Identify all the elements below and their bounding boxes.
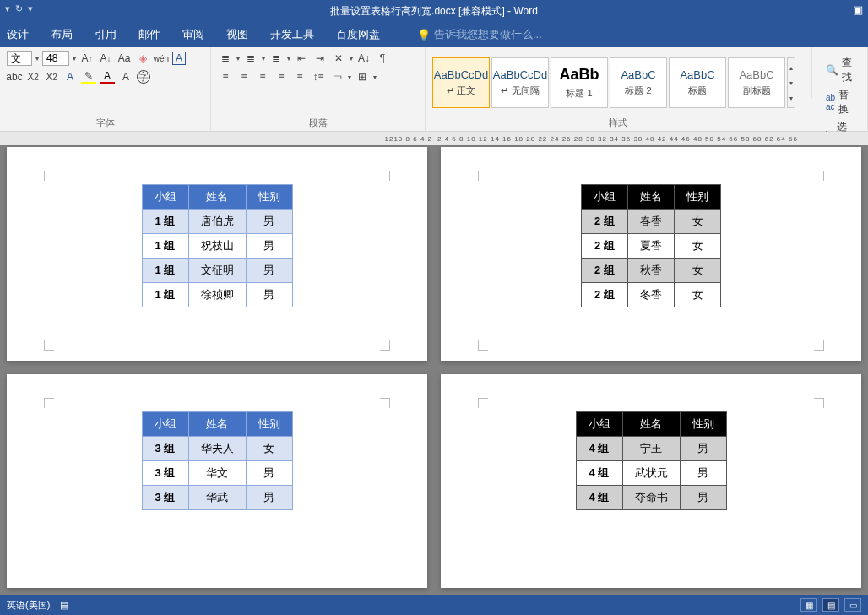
- replace-button[interactable]: abac替换: [826, 88, 854, 117]
- page-3[interactable]: 小组姓名性别 3 组华夫人女 3 组华文男 3 组华武男: [7, 374, 427, 588]
- phonetic-button[interactable]: wén: [154, 51, 169, 66]
- indent-dec-button[interactable]: ⇤: [294, 51, 309, 66]
- tab-baidu[interactable]: 百度网盘: [336, 27, 380, 42]
- bullets-button[interactable]: ≣: [218, 51, 233, 66]
- shading-button[interactable]: ▭: [329, 69, 344, 84]
- indent-inc-button[interactable]: ⇥: [312, 51, 328, 66]
- tab-layout[interactable]: 布局: [51, 27, 73, 42]
- borders-button[interactable]: ⊞: [355, 69, 370, 84]
- page-4[interactable]: 小组姓名性别 4 组宁王男 4 组武状元男 4 组夺命书男: [441, 374, 861, 588]
- replace-icon: abac: [826, 93, 835, 112]
- qat-redo-icon[interactable]: ↻: [15, 3, 23, 14]
- language-status[interactable]: 英语(美国): [7, 599, 50, 612]
- print-layout-button[interactable]: ▤: [822, 598, 839, 612]
- tab-review[interactable]: 审阅: [182, 27, 204, 42]
- table-2[interactable]: 小组姓名性别 2 组春香女 2 组夏香女 2 组秋香女 2 组冬香女: [581, 184, 721, 308]
- styles-gallery: AaBbCcDd ↵ 正文 AaBbCcDd ↵ 无间隔 AaBb 标题 1 A…: [432, 57, 804, 108]
- style-heading2[interactable]: AaBbC 标题 2: [610, 57, 667, 108]
- ribbon: ▾ ▾ A↑ A↓ Aa ◈ wén A abc X2 X2 A ✎ A A 字…: [0, 47, 868, 132]
- grow-font-button[interactable]: A↑: [79, 51, 95, 66]
- tellme-text: 告诉我您想要做什么...: [434, 27, 542, 42]
- change-case-button[interactable]: Aa: [117, 51, 132, 66]
- find-button[interactable]: 🔍查找: [826, 56, 854, 84]
- char-shading-button[interactable]: A: [118, 69, 133, 84]
- align-right-button[interactable]: ≡: [255, 69, 270, 84]
- gallery-up-icon[interactable]: ▴: [789, 64, 793, 72]
- gallery-down-icon[interactable]: ▾: [789, 79, 793, 87]
- table-1[interactable]: 小组姓名性别 1 组唐伯虎男 1 组祝枝山男 1 组文征明男 1 组徐祯卿男: [142, 184, 293, 308]
- shrink-font-button[interactable]: A↓: [98, 51, 113, 66]
- font-name-input[interactable]: [7, 51, 32, 66]
- style-heading1[interactable]: AaBb 标题 1: [551, 57, 608, 108]
- strikethrough-button[interactable]: abc: [7, 69, 22, 84]
- align-distribute-button[interactable]: ≡: [292, 69, 307, 84]
- tellme[interactable]: 💡 告诉我您想要做什么...: [417, 27, 542, 42]
- table-3[interactable]: 小组姓名性别 3 组华夫人女 3 组华文男 3 组华武男: [142, 411, 293, 510]
- gallery-more-icon[interactable]: ▾: [789, 95, 793, 102]
- qat-save-icon[interactable]: ▾: [5, 3, 10, 14]
- tab-view[interactable]: 视图: [226, 27, 248, 42]
- font-size-input[interactable]: [42, 51, 69, 66]
- edit-group: 🔍查找 abac替换 ▷选择 编辑: [812, 47, 868, 131]
- showhide-button[interactable]: ¶: [375, 51, 390, 66]
- highlight-button[interactable]: ✎: [81, 69, 96, 84]
- titlebar: ▾ ↻ ▾ 批量设置表格行高列宽.docx [兼容模式] - Word ▣: [0, 0, 868, 22]
- multilevel-button[interactable]: ≣: [269, 51, 284, 66]
- ruler-right: 2 4 6 8 10 12 14 16 18 20 22 24 26 28 30…: [436, 132, 868, 145]
- superscript-button[interactable]: X2: [44, 69, 59, 84]
- read-mode-button[interactable]: ▦: [800, 598, 817, 612]
- tab-developer[interactable]: 开发工具: [270, 27, 314, 42]
- page-2[interactable]: 小组姓名性别 2 组春香女 2 组夏香女 2 组秋香女 2 组冬香女: [441, 147, 861, 361]
- tab-mailings[interactable]: 邮件: [138, 27, 160, 42]
- align-center-button[interactable]: ≡: [236, 69, 252, 84]
- styles-group: AaBbCcDd ↵ 正文 AaBbCcDd ↵ 无间隔 AaBb 标题 1 A…: [426, 47, 811, 131]
- font-group-label: 字体: [7, 115, 203, 129]
- qat-dd-icon[interactable]: ▾: [28, 3, 33, 14]
- tab-references[interactable]: 引用: [95, 27, 117, 42]
- clear-format-button[interactable]: ◈: [135, 51, 150, 66]
- window-maximize-icon[interactable]: ▣: [853, 3, 863, 16]
- web-layout-button[interactable]: ▭: [844, 598, 861, 612]
- font-group: ▾ ▾ A↑ A↓ Aa ◈ wén A abc X2 X2 A ✎ A A 字…: [0, 47, 211, 131]
- tab-design[interactable]: 设计: [7, 27, 29, 42]
- style-title[interactable]: AaBbC 标题: [669, 57, 726, 108]
- paragraph-group: ≣▾ ≣▾ ≣▾ ⇤ ⇥ ✕▾ A↓ ¶ ≡ ≡ ≡ ≡ ≡ ↕≡ ▭▾ ⊞▾ …: [211, 47, 426, 131]
- asian-layout-button[interactable]: ✕: [331, 51, 346, 66]
- style-subtitle[interactable]: AaBbC 副标题: [728, 57, 785, 108]
- enclose-char-button[interactable]: 字: [137, 70, 150, 84]
- bulb-icon: 💡: [417, 29, 431, 41]
- para-group-label: 段落: [218, 115, 418, 129]
- style-nospacing[interactable]: AaBbCcDd ↵ 无间隔: [491, 57, 549, 108]
- ruler-left: 1210 8 6 4 2: [0, 132, 436, 145]
- align-justify-button[interactable]: ≡: [274, 69, 289, 84]
- text-effects-button[interactable]: A: [62, 69, 78, 84]
- align-left-button[interactable]: ≡: [218, 69, 233, 84]
- search-icon: 🔍: [826, 64, 838, 76]
- char-border-button[interactable]: A: [172, 52, 186, 65]
- ribbon-tabs: 设计 布局 引用 邮件 审阅 视图 开发工具 百度网盘 💡 告诉我您想要做什么.…: [0, 22, 868, 47]
- style-normal[interactable]: AaBbCcDd ↵ 正文: [432, 57, 490, 108]
- table-4[interactable]: 小组姓名性别 4 组宁王男 4 组武状元男 4 组夺命书男: [576, 411, 727, 510]
- numbering-button[interactable]: ≣: [243, 51, 258, 66]
- statusbar: 英语(美国) ▤ ▦ ▤ ▭: [0, 595, 868, 615]
- sort-button[interactable]: A↓: [356, 51, 372, 66]
- document-area: 1210 8 6 4 2 2 4 6 8 10 12 14 16 18 20 2…: [0, 132, 868, 595]
- macro-icon[interactable]: ▤: [60, 600, 68, 611]
- line-spacing-button[interactable]: ↕≡: [311, 69, 326, 84]
- styles-group-label: 样式: [432, 115, 804, 129]
- page-1[interactable]: 小组姓名性别 1 组唐伯虎男 1 组祝枝山男 1 组文征明男 1 组徐祯卿男: [7, 147, 427, 361]
- doc-title: 批量设置表格行高列宽.docx [兼容模式] - Word: [330, 4, 538, 19]
- subscript-button[interactable]: X2: [25, 69, 41, 84]
- font-color-button[interactable]: A: [100, 69, 115, 84]
